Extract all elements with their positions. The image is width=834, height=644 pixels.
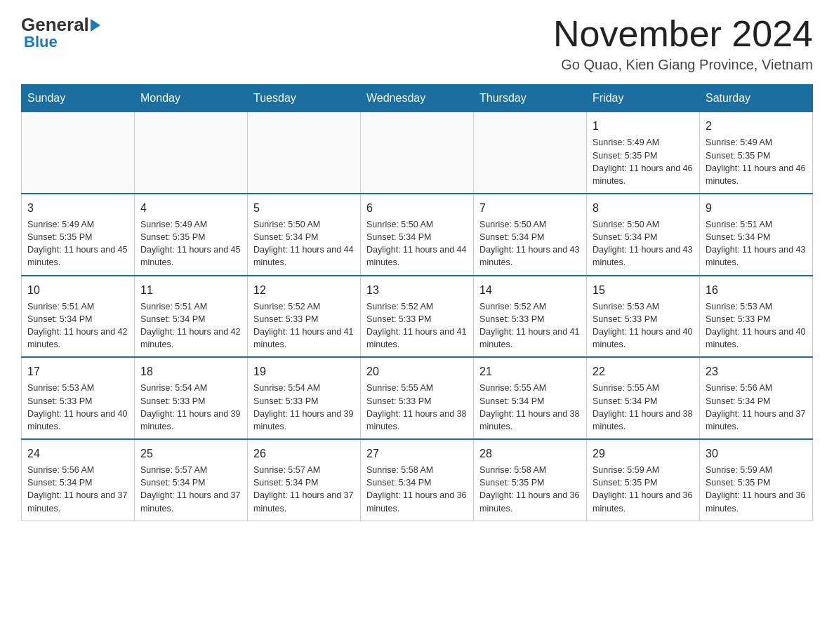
day-number: 25 <box>140 445 241 462</box>
day-number: 11 <box>140 282 241 298</box>
day-cell: 26Sunrise: 5:57 AMSunset: 5:34 PMDayligh… <box>248 439 361 521</box>
logo-blue: Blue <box>24 33 58 51</box>
week-row-1: 1Sunrise: 5:49 AMSunset: 5:35 PMDaylight… <box>22 112 813 194</box>
day-info: Sunrise: 5:49 AMSunset: 5:35 PMDaylight:… <box>706 136 807 187</box>
week-row-2: 3Sunrise: 5:49 AMSunset: 5:35 PMDaylight… <box>22 194 813 276</box>
day-number: 3 <box>27 200 128 216</box>
day-cell: 9Sunrise: 5:51 AMSunset: 5:34 PMDaylight… <box>700 194 813 276</box>
day-info: Sunrise: 5:59 AMSunset: 5:35 PMDaylight:… <box>593 464 694 515</box>
week-row-3: 10Sunrise: 5:51 AMSunset: 5:34 PMDayligh… <box>22 276 813 358</box>
day-cell: 23Sunrise: 5:56 AMSunset: 5:34 PMDayligh… <box>700 357 813 439</box>
day-number: 13 <box>366 282 468 298</box>
day-number: 19 <box>253 363 355 380</box>
day-number: 6 <box>366 200 468 216</box>
day-cell: 27Sunrise: 5:58 AMSunset: 5:34 PMDayligh… <box>361 439 474 521</box>
day-number: 7 <box>479 200 581 216</box>
day-info: Sunrise: 5:51 AMSunset: 5:34 PMDaylight:… <box>706 218 807 269</box>
day-number: 10 <box>27 282 128 298</box>
day-cell: 30Sunrise: 5:59 AMSunset: 5:35 PMDayligh… <box>700 439 813 521</box>
day-cell: 3Sunrise: 5:49 AMSunset: 5:35 PMDaylight… <box>22 194 135 276</box>
day-info: Sunrise: 5:50 AMSunset: 5:34 PMDaylight:… <box>479 218 581 269</box>
day-number: 24 <box>27 445 128 462</box>
day-info: Sunrise: 5:51 AMSunset: 5:34 PMDaylight:… <box>27 300 128 351</box>
day-cell: 2Sunrise: 5:49 AMSunset: 5:35 PMDaylight… <box>700 112 813 194</box>
day-number: 20 <box>366 363 468 380</box>
day-info: Sunrise: 5:50 AMSunset: 5:34 PMDaylight:… <box>593 218 694 269</box>
header-row: SundayMondayTuesdayWednesdayThursdayFrid… <box>22 85 813 112</box>
day-cell <box>22 112 135 194</box>
day-cell: 24Sunrise: 5:56 AMSunset: 5:34 PMDayligh… <box>22 439 135 521</box>
day-number: 9 <box>706 200 807 216</box>
week-row-5: 24Sunrise: 5:56 AMSunset: 5:34 PMDayligh… <box>22 439 813 521</box>
day-number: 1 <box>593 118 694 134</box>
day-cell: 12Sunrise: 5:52 AMSunset: 5:33 PMDayligh… <box>248 276 361 358</box>
day-info: Sunrise: 5:53 AMSunset: 5:33 PMDaylight:… <box>593 300 694 351</box>
day-number: 16 <box>706 282 807 298</box>
day-info: Sunrise: 5:59 AMSunset: 5:35 PMDaylight:… <box>706 464 807 515</box>
day-info: Sunrise: 5:58 AMSunset: 5:35 PMDaylight:… <box>479 464 581 515</box>
day-info: Sunrise: 5:56 AMSunset: 5:34 PMDaylight:… <box>27 464 128 515</box>
day-cell <box>135 112 248 194</box>
day-number: 29 <box>593 445 694 462</box>
logo: General Blue <box>21 14 102 51</box>
day-number: 15 <box>593 282 694 298</box>
day-cell: 21Sunrise: 5:55 AMSunset: 5:34 PMDayligh… <box>474 357 587 439</box>
week-row-4: 17Sunrise: 5:53 AMSunset: 5:33 PMDayligh… <box>22 357 813 439</box>
day-cell: 20Sunrise: 5:55 AMSunset: 5:33 PMDayligh… <box>361 357 474 439</box>
day-info: Sunrise: 5:52 AMSunset: 5:33 PMDaylight:… <box>253 300 355 351</box>
day-info: Sunrise: 5:51 AMSunset: 5:34 PMDaylight:… <box>140 300 241 351</box>
header-cell-wednesday: Wednesday <box>361 85 474 112</box>
main-title: November 2024 <box>553 14 813 54</box>
day-cell: 19Sunrise: 5:54 AMSunset: 5:33 PMDayligh… <box>248 357 361 439</box>
day-info: Sunrise: 5:54 AMSunset: 5:33 PMDaylight:… <box>253 382 355 433</box>
day-info: Sunrise: 5:58 AMSunset: 5:34 PMDaylight:… <box>366 464 468 515</box>
calendar-body: 1Sunrise: 5:49 AMSunset: 5:35 PMDaylight… <box>22 112 813 521</box>
day-cell <box>248 112 361 194</box>
day-info: Sunrise: 5:53 AMSunset: 5:33 PMDaylight:… <box>706 300 807 351</box>
day-cell: 11Sunrise: 5:51 AMSunset: 5:34 PMDayligh… <box>135 276 248 358</box>
day-number: 8 <box>593 200 694 216</box>
day-info: Sunrise: 5:49 AMSunset: 5:35 PMDaylight:… <box>140 218 241 269</box>
day-number: 23 <box>706 363 807 380</box>
day-number: 27 <box>366 445 468 462</box>
header-cell-monday: Monday <box>135 85 248 112</box>
day-info: Sunrise: 5:50 AMSunset: 5:34 PMDaylight:… <box>253 218 355 269</box>
header-cell-tuesday: Tuesday <box>248 85 361 112</box>
day-cell: 1Sunrise: 5:49 AMSunset: 5:35 PMDaylight… <box>587 112 700 194</box>
day-number: 22 <box>593 363 694 380</box>
day-number: 18 <box>140 363 241 380</box>
day-cell: 13Sunrise: 5:52 AMSunset: 5:33 PMDayligh… <box>361 276 474 358</box>
day-cell: 17Sunrise: 5:53 AMSunset: 5:33 PMDayligh… <box>22 357 135 439</box>
day-cell: 15Sunrise: 5:53 AMSunset: 5:33 PMDayligh… <box>587 276 700 358</box>
day-number: 4 <box>140 200 241 216</box>
header-cell-saturday: Saturday <box>700 85 813 112</box>
day-number: 5 <box>253 200 355 216</box>
title-area: November 2024 Go Quao, Kien Giang Provin… <box>553 14 813 73</box>
day-cell: 10Sunrise: 5:51 AMSunset: 5:34 PMDayligh… <box>22 276 135 358</box>
day-cell: 18Sunrise: 5:54 AMSunset: 5:33 PMDayligh… <box>135 357 248 439</box>
day-info: Sunrise: 5:50 AMSunset: 5:34 PMDaylight:… <box>366 218 468 269</box>
day-info: Sunrise: 5:57 AMSunset: 5:34 PMDaylight:… <box>253 464 355 515</box>
subtitle: Go Quao, Kien Giang Province, Vietnam <box>553 57 813 73</box>
day-number: 14 <box>479 282 581 298</box>
day-number: 17 <box>27 363 128 380</box>
day-info: Sunrise: 5:57 AMSunset: 5:34 PMDaylight:… <box>140 464 241 515</box>
day-cell: 5Sunrise: 5:50 AMSunset: 5:34 PMDaylight… <box>248 194 361 276</box>
header-cell-sunday: Sunday <box>22 85 135 112</box>
day-info: Sunrise: 5:56 AMSunset: 5:34 PMDaylight:… <box>706 382 807 433</box>
day-cell: 14Sunrise: 5:52 AMSunset: 5:33 PMDayligh… <box>474 276 587 358</box>
header-cell-thursday: Thursday <box>474 85 587 112</box>
day-cell: 16Sunrise: 5:53 AMSunset: 5:33 PMDayligh… <box>700 276 813 358</box>
day-cell: 7Sunrise: 5:50 AMSunset: 5:34 PMDaylight… <box>474 194 587 276</box>
header: General Blue November 2024 Go Quao, Kien… <box>21 14 813 73</box>
day-number: 30 <box>706 445 807 462</box>
day-number: 26 <box>253 445 355 462</box>
day-cell: 6Sunrise: 5:50 AMSunset: 5:34 PMDaylight… <box>361 194 474 276</box>
calendar-header: SundayMondayTuesdayWednesdayThursdayFrid… <box>22 85 813 112</box>
day-info: Sunrise: 5:55 AMSunset: 5:33 PMDaylight:… <box>366 382 468 433</box>
day-info: Sunrise: 5:55 AMSunset: 5:34 PMDaylight:… <box>479 382 581 433</box>
day-number: 21 <box>479 363 581 380</box>
day-cell <box>474 112 587 194</box>
day-info: Sunrise: 5:49 AMSunset: 5:35 PMDaylight:… <box>27 218 128 269</box>
day-number: 2 <box>706 118 807 134</box>
